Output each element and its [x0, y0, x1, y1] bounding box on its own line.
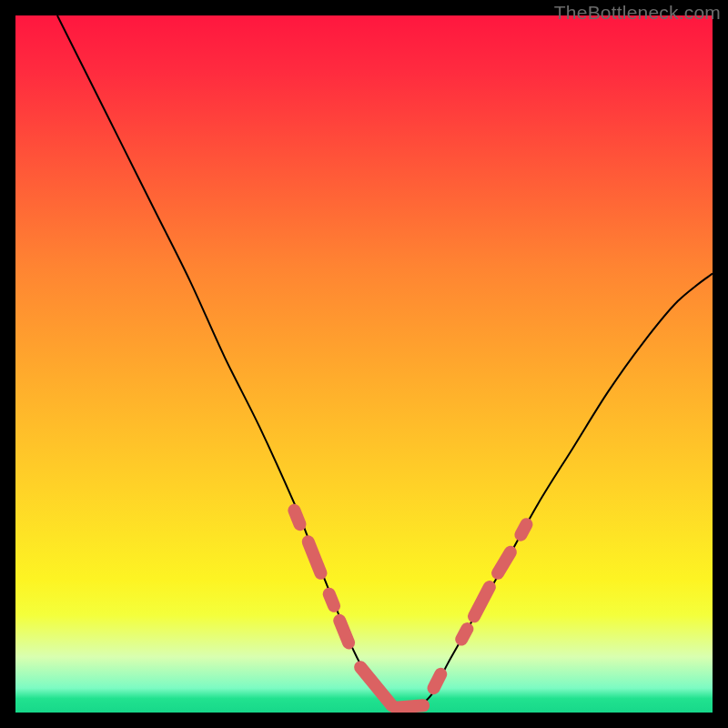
svg-line-1: [308, 541, 321, 572]
svg-line-9: [498, 552, 511, 573]
svg-line-3: [339, 621, 349, 643]
svg-line-4: [360, 667, 391, 705]
svg-line-10: [521, 524, 526, 534]
watermark-text: TheBottleneck.com: [554, 2, 721, 24]
bottleneck-curve: [57, 15, 713, 709]
chart-plot-area: [15, 15, 713, 713]
svg-line-6: [434, 674, 441, 688]
chart-svg: [15, 15, 713, 713]
svg-line-5: [395, 705, 423, 707]
svg-line-8: [474, 587, 490, 616]
svg-line-0: [294, 511, 299, 524]
svg-line-7: [461, 629, 467, 639]
curve-markers: [294, 511, 526, 708]
svg-line-2: [329, 594, 334, 606]
